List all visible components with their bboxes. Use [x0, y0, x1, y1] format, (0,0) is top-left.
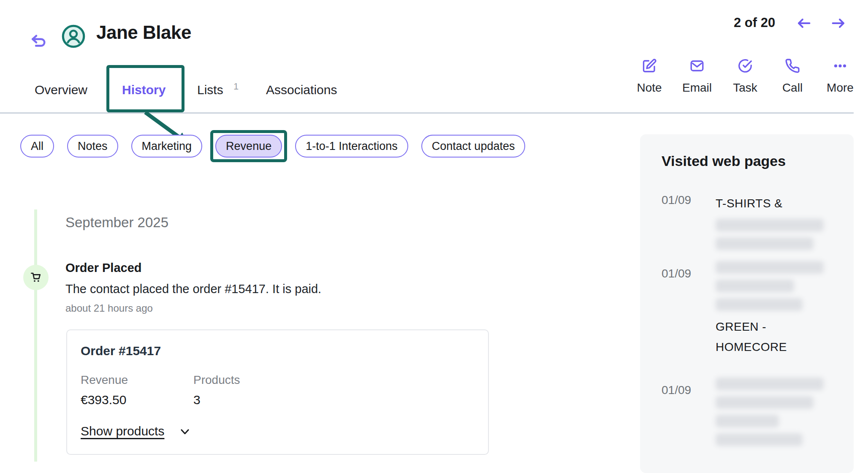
event-title: Order Placed [65, 261, 142, 275]
order-card-title: Order #15417 [81, 344, 161, 358]
phone-icon [785, 58, 800, 73]
blurred-text-block [716, 378, 832, 446]
arrow-right-icon [831, 17, 846, 30]
order-products-value: 3 [193, 393, 201, 407]
task-action-label: Task [720, 81, 770, 95]
blurred-line [716, 415, 779, 427]
filter-pill-revenue-label: Revenue [226, 140, 271, 152]
event-timestamp: about 21 hours ago [65, 302, 153, 314]
filter-pill-marketing[interactable]: Marketing [131, 135, 203, 158]
visited-page-entry: 01/09 T-SHIRTS & [662, 193, 832, 256]
page-title: Jane Blake [96, 22, 191, 43]
pager-position: 2 of 20 [734, 15, 775, 30]
call-action-button[interactable]: Call [767, 58, 818, 95]
visited-page-content: GREEN - HOMECORE [716, 267, 832, 357]
task-action-button[interactable]: Task [720, 58, 770, 95]
visited-page-text: GREEN - [716, 317, 832, 337]
check-circle-icon [738, 58, 753, 73]
visited-page-content [716, 383, 832, 452]
chevron-down-icon[interactable] [180, 428, 190, 435]
blurred-line [716, 237, 814, 250]
next-contact-button[interactable] [831, 17, 846, 30]
tab-history[interactable]: History [122, 83, 165, 97]
blurred-line [716, 261, 824, 274]
blurred-line [716, 433, 803, 446]
visited-page-date: 01/09 [662, 193, 716, 256]
blurred-text-block [716, 219, 832, 250]
visited-page-entry: 01/09 GREEN - HOMECORE [662, 267, 832, 357]
tab-overview[interactable]: Overview [35, 83, 87, 97]
order-products-label: Products [193, 373, 240, 387]
arrow-left-icon [796, 17, 811, 30]
event-description: The contact placed the order #15417. It … [65, 282, 321, 296]
filter-pill-1to1-interactions[interactable]: 1-to-1 Interactions [295, 135, 408, 158]
order-revenue-value: €393.50 [81, 393, 126, 407]
show-products-link[interactable]: Show products [81, 424, 164, 438]
tab-lists[interactable]: Lists [197, 83, 223, 97]
tabs-divider [0, 112, 854, 114]
blurred-line [716, 396, 814, 409]
pencil-square-icon [642, 58, 657, 73]
note-action-label: Note [624, 81, 675, 95]
blurred-line [716, 298, 803, 311]
more-action-button[interactable]: More [815, 58, 865, 95]
email-action-button[interactable]: Email [672, 58, 722, 95]
timeline-month-label: September 2025 [65, 215, 168, 231]
filter-pill-notes[interactable]: Notes [67, 135, 118, 158]
visited-page-text: T-SHIRTS & [716, 193, 832, 214]
blurred-text-block [716, 261, 832, 311]
order-event-dot [23, 265, 49, 290]
order-revenue-label: Revenue [81, 373, 128, 387]
order-card: Order #15417 Revenue Products €393.50 3 … [66, 329, 489, 455]
visited-page-content: T-SHIRTS & [716, 193, 832, 256]
filter-pill-all[interactable]: All [20, 135, 54, 158]
person-circle-icon [62, 24, 85, 48]
tab-associations[interactable]: Associations [266, 83, 337, 97]
blurred-line [716, 280, 794, 292]
envelope-icon [689, 58, 705, 73]
back-icon [30, 32, 48, 50]
email-action-label: Email [672, 81, 722, 95]
visited-page-date: 01/09 [662, 383, 716, 452]
blurred-line [716, 378, 824, 390]
visited-web-pages-title: Visited web pages [662, 153, 786, 169]
shopping-cart-icon [30, 271, 42, 284]
ellipsis-icon [833, 58, 848, 73]
contact-detail-page: Jane Blake 2 of 20 Note Email Task [0, 0, 868, 473]
history-filter-bar: All Notes Marketing Revenue 1-to-1 Inter… [20, 135, 525, 158]
back-button[interactable] [30, 32, 48, 50]
timeline-line [34, 209, 37, 462]
previous-contact-button[interactable] [796, 17, 811, 30]
visited-page-text: HOMECORE [716, 337, 832, 357]
filter-pill-revenue[interactable]: Revenue [215, 135, 282, 158]
visited-web-pages-panel: Visited web pages 01/09 T-SHIRTS & 01/09… [640, 134, 854, 473]
visited-page-entry: 01/09 [662, 383, 832, 452]
call-action-label: Call [767, 81, 818, 95]
tab-lists-count-badge: 1 [233, 81, 239, 92]
blurred-line [716, 219, 824, 231]
visited-page-date: 01/09 [662, 267, 716, 357]
avatar [62, 24, 85, 48]
filter-pill-contact-updates[interactable]: Contact updates [421, 135, 526, 158]
note-action-button[interactable]: Note [624, 58, 675, 95]
more-action-label: More [815, 81, 865, 95]
